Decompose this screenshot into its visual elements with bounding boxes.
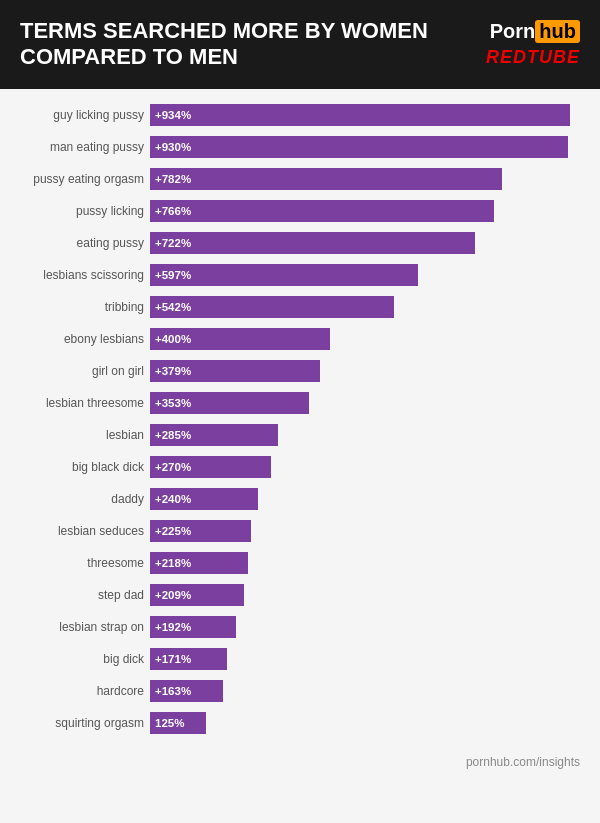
bar-row: girl on girl+379% bbox=[10, 357, 580, 386]
pornhub-logo: Porn hub bbox=[490, 20, 580, 43]
bar: +270% bbox=[150, 456, 271, 478]
bar-value: +163% bbox=[150, 685, 191, 697]
bar: +163% bbox=[150, 680, 223, 702]
bar: +766% bbox=[150, 200, 494, 222]
bar-container: +163% bbox=[150, 680, 580, 702]
redtube-logo: REDTUBE bbox=[486, 47, 580, 68]
bar-label: ebony lesbians bbox=[10, 332, 150, 346]
bar-row: hardcore+163% bbox=[10, 677, 580, 706]
bar-label: step dad bbox=[10, 588, 150, 602]
bar-label: lesbian bbox=[10, 428, 150, 442]
bar-container: 125% bbox=[150, 712, 580, 734]
bar-label: man eating pussy bbox=[10, 140, 150, 154]
bar-label: pussy licking bbox=[10, 204, 150, 218]
bar-row: big dick+171% bbox=[10, 645, 580, 674]
bar-value: +597% bbox=[150, 269, 191, 281]
bar-value: +209% bbox=[150, 589, 191, 601]
bar: +400% bbox=[150, 328, 330, 350]
bar-label: hardcore bbox=[10, 684, 150, 698]
bar-label: lesbian strap on bbox=[10, 620, 150, 634]
bar-label: daddy bbox=[10, 492, 150, 506]
bar-row: lesbian seduces+225% bbox=[10, 517, 580, 546]
bar-label: big dick bbox=[10, 652, 150, 666]
bar-row: guy licking pussy+934% bbox=[10, 101, 580, 130]
header: TERMS SEARCHED MORE BY WOMEN COMPARED TO… bbox=[0, 0, 600, 89]
bar: +379% bbox=[150, 360, 320, 382]
bar-value: +240% bbox=[150, 493, 191, 505]
bar: 125% bbox=[150, 712, 206, 734]
bar-label: lesbians scissoring bbox=[10, 268, 150, 282]
bar-value: +722% bbox=[150, 237, 191, 249]
bar-container: +934% bbox=[150, 104, 580, 126]
header-title: TERMS SEARCHED MORE BY WOMEN COMPARED TO… bbox=[20, 18, 486, 71]
bar-label: big black dick bbox=[10, 460, 150, 474]
bar-container: +379% bbox=[150, 360, 580, 382]
bar-container: +722% bbox=[150, 232, 580, 254]
bar-row: threesome+218% bbox=[10, 549, 580, 578]
bar: +225% bbox=[150, 520, 251, 542]
bar-container: +766% bbox=[150, 200, 580, 222]
bar-row: lesbians scissoring+597% bbox=[10, 261, 580, 290]
logos: Porn hub REDTUBE bbox=[486, 20, 580, 68]
bar: +285% bbox=[150, 424, 278, 446]
bar-row: pussy eating orgasm+782% bbox=[10, 165, 580, 194]
bar-label: guy licking pussy bbox=[10, 108, 150, 122]
bar-container: +353% bbox=[150, 392, 580, 414]
bar-value: +225% bbox=[150, 525, 191, 537]
bar-container: +209% bbox=[150, 584, 580, 606]
bar-row: lesbian+285% bbox=[10, 421, 580, 450]
bar-row: big black dick+270% bbox=[10, 453, 580, 482]
bar: +542% bbox=[150, 296, 394, 318]
bar-row: man eating pussy+930% bbox=[10, 133, 580, 162]
bar-label: squirting orgasm bbox=[10, 716, 150, 730]
bar-container: +225% bbox=[150, 520, 580, 542]
bar-container: +930% bbox=[150, 136, 580, 158]
footer-url: pornhub.com/insights bbox=[0, 751, 600, 769]
bar-value: +171% bbox=[150, 653, 191, 665]
bar-value: +285% bbox=[150, 429, 191, 441]
bar-value: +782% bbox=[150, 173, 191, 185]
bar-container: +171% bbox=[150, 648, 580, 670]
bar-label: lesbian threesome bbox=[10, 396, 150, 410]
bar: +597% bbox=[150, 264, 418, 286]
bar: +930% bbox=[150, 136, 568, 158]
bar-value: +218% bbox=[150, 557, 191, 569]
bar: +192% bbox=[150, 616, 236, 638]
bar-label: girl on girl bbox=[10, 364, 150, 378]
bar-container: +285% bbox=[150, 424, 580, 446]
bar: +934% bbox=[150, 104, 570, 126]
bar-value: +192% bbox=[150, 621, 191, 633]
bar-row: pussy licking+766% bbox=[10, 197, 580, 226]
bar-container: +400% bbox=[150, 328, 580, 350]
bar-label: eating pussy bbox=[10, 236, 150, 250]
bar-label: tribbing bbox=[10, 300, 150, 314]
bar-row: tribbing+542% bbox=[10, 293, 580, 322]
bar-value: +930% bbox=[150, 141, 191, 153]
bar-value: +934% bbox=[150, 109, 191, 121]
bar-row: lesbian threesome+353% bbox=[10, 389, 580, 418]
bar: +209% bbox=[150, 584, 244, 606]
bar-value: +379% bbox=[150, 365, 191, 377]
bar-label: lesbian seduces bbox=[10, 524, 150, 538]
bar-container: +218% bbox=[150, 552, 580, 574]
bar-container: +597% bbox=[150, 264, 580, 286]
bar: +240% bbox=[150, 488, 258, 510]
bar-value: +766% bbox=[150, 205, 191, 217]
bar-row: eating pussy+722% bbox=[10, 229, 580, 258]
pornhub-porn: Porn bbox=[490, 20, 536, 43]
bar: +171% bbox=[150, 648, 227, 670]
bar-row: lesbian strap on+192% bbox=[10, 613, 580, 642]
bar-container: +240% bbox=[150, 488, 580, 510]
bar-row: step dad+209% bbox=[10, 581, 580, 610]
bar-row: squirting orgasm125% bbox=[10, 709, 580, 738]
bar-value: +270% bbox=[150, 461, 191, 473]
bar-value: +400% bbox=[150, 333, 191, 345]
bar: +218% bbox=[150, 552, 248, 574]
bar-value: 125% bbox=[150, 717, 184, 729]
bar-container: +782% bbox=[150, 168, 580, 190]
bar-row: daddy+240% bbox=[10, 485, 580, 514]
bar: +722% bbox=[150, 232, 475, 254]
bar-container: +270% bbox=[150, 456, 580, 478]
chart-area: guy licking pussy+934%man eating pussy+9… bbox=[0, 89, 600, 751]
bar-row: ebony lesbians+400% bbox=[10, 325, 580, 354]
